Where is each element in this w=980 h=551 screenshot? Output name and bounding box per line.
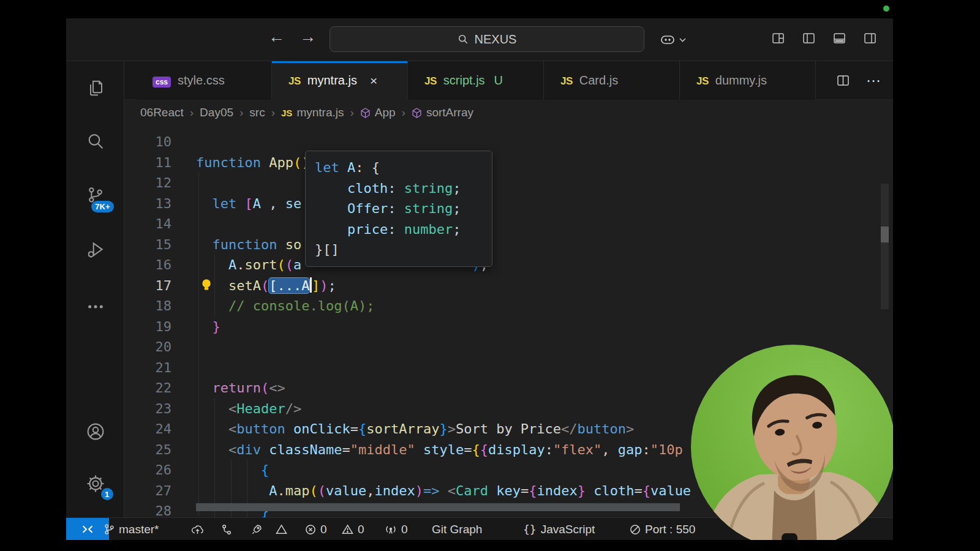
vertical-scrollbar[interactable] [881,184,889,309]
statusbar-port[interactable]: Port : 550 [630,518,695,541]
source-control-button[interactable]: 7K+ [66,186,124,205]
line-number: 23 [124,399,172,419]
line-number: 21 [124,358,172,378]
debug-icon [86,240,105,260]
statusbar-label: 0 [401,523,408,536]
js-text-icon: JS [281,106,292,119]
settings-button[interactable]: 1 [66,473,124,494]
explorer-button[interactable] [66,78,124,98]
js-icon: JS [560,73,573,88]
tab-label: Card.js [579,73,618,88]
toggle-secondary-sidebar-icon[interactable] [864,33,876,43]
customize-layout-icon[interactable] [772,33,784,43]
source-control-badge: 7K+ [91,201,113,212]
breadcrumb-item-myntra.js[interactable]: JSmyntra.js [281,106,344,119]
line-number: 20 [124,337,172,358]
statusbar-label: 0 [320,523,327,536]
tooltip-line: Offer: string; [315,198,483,219]
statusbar-remote[interactable] [66,518,109,541]
code-line-15[interactable]: function so [196,234,301,255]
line-number: 12 [124,173,172,193]
nav-forward-icon[interactable]: → [300,28,316,47]
search-button[interactable] [66,132,124,151]
tab-strip: cssstyle.cssJSmyntra.js×JSscript.jsUJSCa… [124,61,893,100]
cloud-upload-icon [190,524,205,535]
antenna-icon [385,524,397,534]
code-line-23[interactable]: <Header/> [196,399,301,419]
title-bar: ← → NEXUS [66,18,893,61]
breadcrumb-separator: › [350,106,353,119]
line-number: 15 [124,234,172,255]
code-line-13[interactable]: let [A , se [196,193,301,214]
breadcrumb-separator: › [239,106,243,119]
close-icon[interactable]: × [370,73,377,88]
files-icon [86,78,105,98]
code-line-22[interactable]: return(<> [196,378,285,399]
nav-back-icon[interactable]: ← [268,28,285,47]
statusbar-language-mode[interactable]: {}JavaScript [523,518,595,541]
code-line-19[interactable]: } [196,317,221,337]
statusbar-alert-triangle[interactable] [276,518,287,541]
toggle-primary-sidebar-icon[interactable] [803,33,815,43]
tooltip-line: price: number; [315,219,483,240]
statusbar-errors[interactable]: 0 [305,518,327,541]
code-line-11[interactable]: function App(){ [196,152,318,173]
statusbar-label: master* [119,523,159,536]
screen: ← → NEXUS [0,0,980,551]
code-line-18[interactable]: // console.log(A); [196,296,374,317]
symbol-icon [412,108,422,118]
statusbar-rocket[interactable] [251,518,262,541]
copilot-menu[interactable] [659,33,686,47]
tab-modified-indicator: U [494,73,503,88]
breadcrumb-item-sortArray[interactable]: sortArray [412,106,473,119]
line-number: 24 [124,419,172,440]
tab-script.js[interactable]: JSscript.jsU [408,61,544,100]
tooltip-line: cloth: string; [315,178,483,199]
copilot-icon [659,33,677,47]
line-number: 18 [124,296,172,317]
hover-tooltip: let A: { cloth: string; Offer: string; p… [305,151,492,267]
code-line-26[interactable]: { [196,460,269,481]
breadcrumb-item-src[interactable]: src [249,106,265,119]
breadcrumb-item-Day05[interactable]: Day05 [200,106,233,119]
horizontal-scrollbar[interactable] [196,503,680,511]
editor-more-actions-icon[interactable]: ⋯ [866,72,881,89]
statusbar-git-branch[interactable]: master* [104,518,159,541]
code-line-27[interactable]: A.map((value,index)=> <Card key={index} … [196,481,691,501]
tab-Card.js[interactable]: JSCard.js [544,61,680,100]
statusbar-warnings[interactable]: 0 [342,518,364,541]
line-number: 27 [124,481,172,501]
run-debug-button[interactable] [66,240,124,260]
tab-dummy.js[interactable]: JSdummy.js [680,61,816,100]
split-editor-icon[interactable] [837,75,849,86]
tab-myntra.js[interactable]: JSmyntra.js× [272,61,408,100]
statusbar-ports-tower[interactable]: 0 [385,518,408,541]
code-line-17[interactable]: setA([...A]); [196,276,336,296]
tabs-container: cssstyle.cssJSmyntra.js×JSscript.jsUJSCa… [136,61,893,100]
more-views-button[interactable] [66,297,124,317]
toggle-panel-icon[interactable] [834,33,845,43]
code-line-25[interactable]: <div className="middle" style={{display:… [196,440,683,460]
account-icon [85,421,106,442]
tab-style.css[interactable]: cssstyle.css [136,61,272,100]
statusbar-sync[interactable] [190,518,205,541]
slash-circle-icon [630,524,641,535]
recording-dot-icon [883,6,889,12]
statusbar-source-graph[interactable] [221,518,232,541]
symbol-icon [360,108,371,118]
line-number: 17 [124,276,172,296]
search-label: NEXUS [475,32,517,47]
breadcrumb-item-App[interactable]: App [360,106,396,119]
git-graph-icon [221,524,232,535]
account-button[interactable] [66,421,124,442]
command-center-search[interactable]: NEXUS [330,26,644,52]
code-line-24[interactable]: <button onClick={sortArray}>Sort by Pric… [196,419,634,440]
statusbar-git-graph[interactable]: Git Graph [432,518,482,541]
frame-bottom [0,540,980,551]
tooltip-line: }[] [315,239,483,260]
line-number: 26 [124,460,172,481]
css-icon: css [153,73,171,88]
chevron-down-icon [679,37,686,42]
warning-triangle-icon [342,524,353,534]
breadcrumb-item-06React[interactable]: 06React [140,106,184,119]
